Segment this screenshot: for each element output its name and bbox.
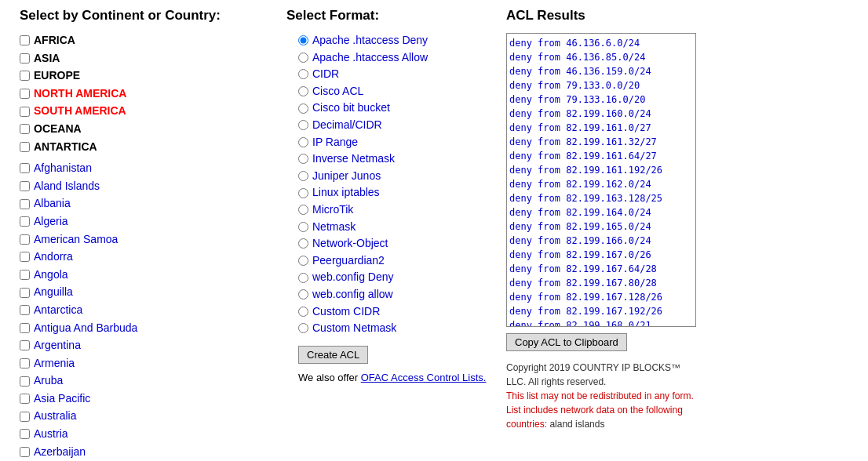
country-checkbox-albania[interactable] [20, 199, 30, 209]
list-item: Asia Pacific [20, 391, 271, 407]
format-radio-cidr[interactable] [298, 69, 308, 79]
format-radio-apache_allow[interactable] [298, 53, 308, 63]
format-label: Cisco ACL [312, 84, 363, 100]
country-checkbox-armenia[interactable] [20, 358, 30, 368]
format-item: Apache .htaccess Deny [298, 33, 491, 49]
acl-results-box[interactable]: deny from 46.136.6.0/24 deny from 46.136… [506, 33, 696, 327]
country-label: Angola [34, 267, 68, 283]
format-radio-webconfig_allow[interactable] [298, 289, 308, 299]
format-label: web.config allow [312, 287, 393, 303]
country-label: Andorra [34, 249, 73, 265]
country-checkbox-antarctica[interactable] [20, 305, 30, 315]
antartica-checkbox[interactable] [20, 142, 30, 152]
country-checkbox-afghanistan[interactable] [20, 163, 30, 173]
format-item: MicroTik [298, 202, 491, 218]
north-america-checkbox[interactable] [20, 89, 30, 99]
list-item: Albania [20, 196, 271, 212]
ofac-link[interactable]: OFAC Access Control Lists. [361, 372, 487, 383]
list-item: Austria [20, 427, 271, 442]
africa-checkbox[interactable] [20, 35, 30, 45]
country-label: Australia [34, 408, 76, 424]
country-checkbox-argentina[interactable] [20, 340, 30, 350]
country-checkbox-azerbaijan[interactable] [20, 447, 30, 457]
country-label: Antarctica [34, 303, 82, 318]
country-list-container: AfghanistanAland IslandsAlbaniaAlgeriaAm… [20, 161, 271, 461]
format-radio-ip_range[interactable] [298, 137, 308, 147]
country-checkbox-angola[interactable] [20, 270, 30, 280]
format-item: web.config Deny [298, 270, 491, 285]
format-label: Apache .htaccess Deny [312, 33, 428, 49]
asia-checkbox[interactable] [20, 53, 30, 64]
format-radio-cisco_bit[interactable] [298, 103, 308, 114]
country-checkbox-austria[interactable] [20, 429, 30, 439]
format-radio-linux[interactable] [298, 188, 308, 198]
format-item: Netmask [298, 220, 491, 235]
format-item: Cisco ACL [298, 84, 491, 100]
format-radio-network_object[interactable] [298, 238, 308, 249]
format-item: Decimal/CIDR [298, 118, 491, 133]
format-item: CIDR [298, 67, 491, 82]
country-checkbox-australia[interactable] [20, 412, 30, 422]
country-label: Azerbaijan [34, 445, 86, 460]
format-radio-webconfig_deny[interactable] [298, 273, 308, 283]
format-item: Network-Object [298, 236, 491, 252]
acl-content: deny from 46.136.6.0/24 deny from 46.136… [509, 36, 693, 327]
country-label: Argentina [34, 338, 81, 354]
format-radio-cisco_acl[interactable] [298, 86, 308, 96]
list-item: American Samoa [20, 232, 271, 248]
country-checkbox-antigua-and-barbuda[interactable] [20, 323, 30, 333]
oceana-label: OCEANA [34, 122, 82, 137]
format-radio-netmask[interactable] [298, 222, 308, 232]
country-checkbox-aland-islands[interactable] [20, 181, 30, 191]
format-item: Custom CIDR [298, 304, 491, 320]
format-label: Peerguardian2 [312, 253, 385, 269]
format-radio-decimal[interactable] [298, 120, 308, 130]
europe-checkbox[interactable] [20, 71, 30, 81]
format-radio-apache_deny[interactable] [298, 35, 308, 45]
format-radio-juniper[interactable] [298, 171, 308, 181]
copyright-line1: Copyright 2019 COUNTRY IP BLOCKS™ LLC. A… [506, 362, 680, 387]
list-item: Afghanistan [20, 161, 271, 176]
format-radio-custom_netmask[interactable] [298, 323, 308, 333]
ofac-offer-text: We also offer OFAC Access Control Lists. [298, 372, 491, 383]
format-label: Custom Netmask [312, 321, 396, 336]
country-label: Algeria [34, 214, 68, 230]
asia-label: ASIA [34, 51, 60, 67]
africa-label: AFRICA [34, 33, 75, 49]
list-item: Armenia [20, 356, 271, 372]
list-item: Antarctica [20, 303, 271, 318]
country-label: Antigua And Barbuda [34, 321, 137, 336]
format-label: Apache .htaccess Allow [312, 50, 428, 66]
copyright-line3: aland islands [549, 419, 604, 430]
country-checkbox-american-samoa[interactable] [20, 234, 30, 245]
format-radio-microtik[interactable] [298, 205, 308, 215]
country-checkbox-aruba[interactable] [20, 376, 30, 387]
country-checkbox-asia-pacific[interactable] [20, 394, 30, 404]
format-label: Inverse Netmask [312, 151, 395, 167]
country-checkbox-algeria[interactable] [20, 216, 30, 227]
create-acl-button[interactable]: Create ACL [298, 346, 368, 364]
antartica-label: ANTARTICA [34, 140, 97, 155]
continent-country-heading: Select by Continent or Country: [20, 8, 271, 24]
format-item: Cisco bit bucket [298, 100, 491, 116]
format-item: Inverse Netmask [298, 151, 491, 167]
format-label: Cisco bit bucket [312, 100, 390, 116]
format-label: Network-Object [312, 236, 388, 252]
country-checkbox-andorra[interactable] [20, 252, 30, 262]
copy-acl-button[interactable]: Copy ACL to Clipboard [506, 333, 627, 351]
format-item: Peerguardian2 [298, 253, 491, 269]
list-item: Aruba [20, 373, 271, 389]
europe-label: EUROPE [34, 68, 80, 84]
format-radio-inverse[interactable] [298, 154, 308, 164]
format-radio-peerguardian[interactable] [298, 256, 308, 266]
country-label: Asia Pacific [34, 391, 90, 407]
format-label: IP Range [312, 135, 358, 151]
format-item: Linux iptables [298, 185, 491, 201]
format-label: CIDR [312, 67, 339, 82]
country-checkbox-anguilla[interactable] [20, 288, 30, 298]
oceana-checkbox[interactable] [20, 124, 30, 134]
south-america-checkbox[interactable] [20, 107, 30, 117]
list-item: Australia [20, 408, 271, 424]
north-america-label: NORTH AMERICA [34, 86, 126, 102]
format-radio-custom_cidr[interactable] [298, 307, 308, 317]
